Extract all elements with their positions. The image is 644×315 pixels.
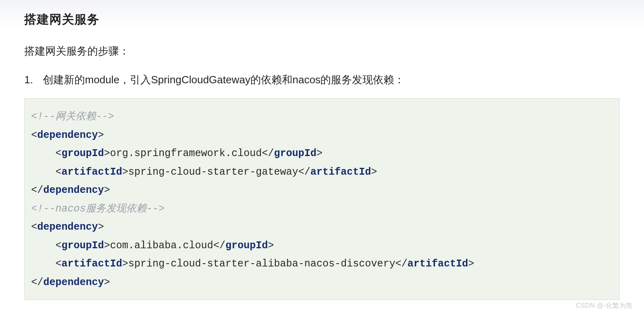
angle-bracket: > bbox=[268, 240, 274, 252]
xml-tag: groupId bbox=[225, 240, 268, 252]
xml-tag: dependency bbox=[37, 221, 98, 233]
xml-text: spring-cloud-starter-alibaba-nacos-disco… bbox=[128, 258, 395, 270]
xml-tag: artifactId bbox=[407, 258, 468, 270]
angle-bracket: </ bbox=[395, 258, 407, 270]
xml-tag: groupId bbox=[274, 148, 316, 159]
angle-bracket: < bbox=[55, 258, 61, 270]
xml-tag: groupId bbox=[61, 240, 104, 252]
xml-tag: groupId bbox=[61, 148, 104, 159]
header: 搭建网关服务 bbox=[0, 0, 644, 44]
angle-bracket: > bbox=[122, 258, 128, 270]
xml-text: org.springframework.cloud bbox=[110, 148, 262, 159]
angle-bracket: </ bbox=[298, 166, 310, 178]
xml-tag: dependency bbox=[43, 277, 104, 288]
angle-bracket: < bbox=[55, 148, 61, 159]
step-number: 1. bbox=[24, 74, 43, 86]
angle-bracket: > bbox=[371, 166, 377, 178]
angle-bracket: < bbox=[31, 129, 37, 141]
xml-tag: artifactId bbox=[61, 258, 122, 270]
xml-text: com.alibaba.cloud bbox=[110, 240, 213, 252]
code-comment: <!--网关依赖--> bbox=[31, 111, 114, 123]
angle-bracket: > bbox=[104, 148, 110, 159]
intro-text: 搭建网关服务的步骤： bbox=[24, 44, 620, 58]
xml-tag: artifactId bbox=[61, 166, 122, 178]
angle-bracket: > bbox=[98, 221, 104, 233]
angle-bracket: > bbox=[122, 166, 128, 178]
angle-bracket: > bbox=[104, 240, 110, 252]
page-title: 搭建网关服务 bbox=[24, 11, 620, 28]
step-text: 创建新的module，引入SpringCloudGateway的依赖和nacos… bbox=[43, 73, 405, 87]
step-1: 1. 创建新的module，引入SpringCloudGateway的依赖和na… bbox=[24, 73, 620, 87]
xml-tag: dependency bbox=[43, 184, 104, 196]
xml-text: spring-cloud-starter-gateway bbox=[128, 166, 298, 178]
angle-bracket: > bbox=[104, 277, 110, 288]
xml-tag: dependency bbox=[37, 129, 98, 141]
angle-bracket: > bbox=[104, 184, 110, 196]
watermark: CSDN @-化繁为简 bbox=[576, 302, 633, 310]
angle-bracket: </ bbox=[31, 277, 43, 288]
page: 搭建网关服务 搭建网关服务的步骤： 1. 创建新的module，引入Spring… bbox=[0, 0, 644, 315]
angle-bracket: > bbox=[468, 258, 474, 270]
content: 搭建网关服务的步骤： 1. 创建新的module，引入SpringCloudGa… bbox=[0, 44, 644, 300]
angle-bracket: < bbox=[55, 166, 61, 178]
angle-bracket: </ bbox=[31, 184, 43, 196]
xml-tag: artifactId bbox=[310, 166, 371, 178]
angle-bracket: </ bbox=[262, 148, 274, 159]
angle-bracket: > bbox=[316, 148, 322, 159]
angle-bracket: </ bbox=[213, 240, 225, 252]
code-block: <!--网关依赖--> <dependency> <groupId>org.sp… bbox=[24, 98, 620, 300]
angle-bracket: < bbox=[31, 221, 37, 233]
code-comment: <!--nacos服务发现依赖--> bbox=[31, 203, 165, 215]
angle-bracket: > bbox=[98, 129, 104, 141]
angle-bracket: < bbox=[55, 240, 61, 252]
